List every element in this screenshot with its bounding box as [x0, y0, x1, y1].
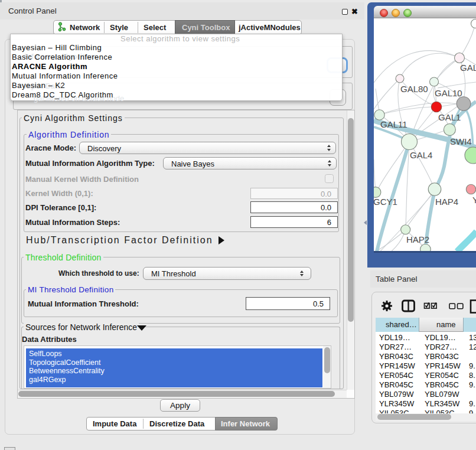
- svg-text:YM: YM: [472, 195, 476, 205]
- svg-text:SWI4: SWI4: [450, 136, 472, 146]
- svg-text:GAL10: GAL10: [435, 88, 462, 98]
- svg-text:GAL11: GAL11: [380, 119, 407, 129]
- svg-text:GCY1: GCY1: [374, 197, 397, 207]
- svg-text:GAL80: GAL80: [400, 84, 428, 94]
- svg-text:GAL4: GAL4: [410, 150, 432, 160]
- svg-text:GAL7: GAL7: [460, 63, 476, 73]
- svg-text:HAP2: HAP2: [406, 234, 429, 244]
- svg-text:HAP4: HAP4: [435, 197, 458, 207]
- svg-text:GAL1: GAL1: [438, 112, 461, 122]
